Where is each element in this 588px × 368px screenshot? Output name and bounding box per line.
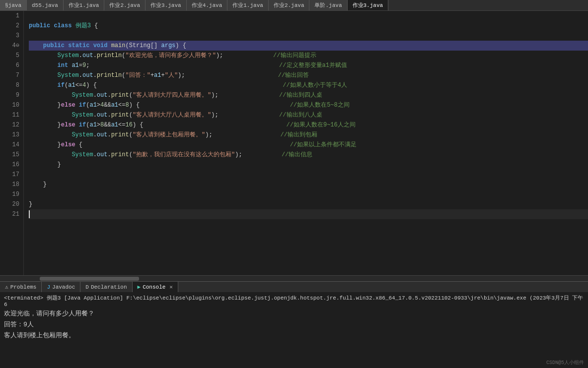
line-num-7: 7 [8, 70, 19, 80]
code-line-19 [29, 189, 588, 199]
code-line-13: System.out.print("客人请到楼上包厢用餐。"); //输出到包厢 [29, 130, 588, 140]
console-panel: <terminated> 例题3 [Java Application] F:\e… [0, 292, 588, 363]
line-num-8: 8 [8, 80, 19, 90]
tab-d55java[interactable]: d55.java [27, 0, 64, 10]
console-output-line-2: 回答：9人 [4, 319, 584, 330]
code-line-3 [29, 31, 588, 41]
tab-problems[interactable]: ⚠ Problems [0, 282, 42, 292]
tab-zhuye1b[interactable]: 作业1.java [227, 0, 269, 10]
tab-zhuye2[interactable]: 作业2.java [104, 0, 146, 10]
line-num-4: 4⊖ [8, 41, 19, 51]
line-num-9: 9 [8, 90, 19, 100]
console-icon: ▶ [138, 284, 141, 290]
console-close-button[interactable]: ✕ [169, 284, 173, 290]
tab-declaration-label: Declaration [91, 284, 127, 290]
code-line-15: System.out.print("抱歉，我们店现在没有这么大的包厢"); //… [29, 150, 588, 160]
line-num-19: 19 [8, 189, 19, 199]
line-num-5: 5 [8, 51, 19, 61]
line-num-17: 17 [8, 170, 19, 180]
scrollbar-thumb[interactable] [40, 277, 139, 281]
line-num-20: 20 [8, 199, 19, 209]
line-num-16: 16 [8, 160, 19, 170]
code-line-9: System.out.print("客人请到大厅四人座用餐。"); //输出到四… [29, 90, 588, 100]
line-num-21: 21 [8, 209, 19, 219]
line-num-13: 13 [8, 130, 19, 140]
tab-danjava[interactable]: 单阶.java [309, 0, 347, 10]
code-line-12: }else if(a1>8&&a1<=16) { //如果人数在9~16人之间 [29, 120, 588, 130]
line-num-10: 10 [8, 100, 19, 110]
line-num-12: 12 [8, 120, 19, 130]
code-line-18: } [29, 180, 588, 189]
tab-javadoc-label: Javadoc [52, 284, 75, 290]
line-num-15: 15 [8, 150, 19, 160]
line-num-6: 6 [8, 61, 19, 70]
editor-scrollbar[interactable] [0, 275, 588, 281]
code-line-20: } [29, 199, 588, 209]
code-line-16: } [29, 160, 588, 170]
code-line-7: System.out.println("回答："+a1+"人"); //输出回答 [29, 70, 588, 80]
line-num-18: 18 [8, 180, 19, 189]
tab-zhuye1[interactable]: 作业1.java [64, 0, 105, 10]
tab-zhuye3[interactable]: 作业3.java [146, 0, 187, 10]
tab-console-label: Console [143, 284, 165, 290]
editor-area: 1 2 3 4⊖ 5 6 7 8 9 10 11 12 13 14 15 16 … [0, 11, 588, 275]
tab-sjava[interactable]: §java [0, 0, 27, 10]
code-line-11: System.out.print("客人请到大厅八人桌用餐。"); //输出到八… [29, 110, 588, 120]
tab-javadoc[interactable]: J Javadoc [42, 282, 80, 292]
tab-zhuye2b[interactable]: 作业2.java [269, 0, 310, 10]
console-output-line-1: 欢迎光临，请问有多少人用餐？ [4, 308, 584, 319]
code-line-6: int a1=9; //定义整形变量a1并赋值 [29, 61, 588, 70]
declaration-icon: D [85, 284, 89, 290]
tab-zhuye3b[interactable]: 作业3.java [348, 0, 389, 10]
bottom-panel-tabs: ⚠ Problems J Javadoc D Declaration ▶ Con… [0, 281, 588, 292]
code-line-4: public static void main(String[] args) { [29, 41, 588, 51]
code-line-2: public class 例题3 { [29, 21, 588, 31]
line-numbers: 1 2 3 4⊖ 5 6 7 8 9 10 11 12 13 14 15 16 … [4, 11, 24, 275]
code-line-17 [29, 170, 588, 180]
tab-declaration[interactable]: D Declaration [80, 282, 132, 292]
code-line-1 [29, 11, 588, 21]
watermark: CSDN@5人小组件 [546, 359, 584, 366]
tab-console[interactable]: ▶ Console ✕ [133, 282, 178, 292]
javadoc-icon: J [47, 284, 50, 290]
line-num-11: 11 [8, 110, 19, 120]
code-line-21 [29, 209, 588, 219]
tab-problems-label: Problems [10, 284, 37, 290]
line-num-2: 2 [8, 21, 19, 31]
code-editor[interactable]: public class 例题3 { public static void ma… [24, 11, 588, 275]
console-output-line-3: 客人请到楼上包厢用餐。 [4, 330, 584, 341]
console-terminated-line: <terminated> 例题3 [Java Application] F:\e… [4, 294, 584, 307]
left-gutter-bar [0, 11, 4, 275]
tab-zhuye4[interactable]: 作业4.java [187, 0, 228, 10]
code-line-5: System.out.println("欢迎光临，请问有多少人用餐？"); //… [29, 51, 588, 61]
line-num-14: 14 [8, 140, 19, 150]
code-line-8: if(a1<=4) { //如果人数小于等于4人 [29, 80, 588, 90]
tab-bar: §java d55.java 作业1.java 作业2.java 作业3.jav… [0, 0, 588, 11]
code-line-10: }else if(a1>4&&a1<=8) { //如果人数在5~8之间 [29, 100, 588, 110]
problems-icon: ⚠ [5, 284, 8, 290]
line-num-3: 3 [8, 31, 19, 41]
line-num-1: 1 [8, 11, 19, 21]
code-line-14: }else { //如果以上条件都不满足 [29, 140, 588, 150]
